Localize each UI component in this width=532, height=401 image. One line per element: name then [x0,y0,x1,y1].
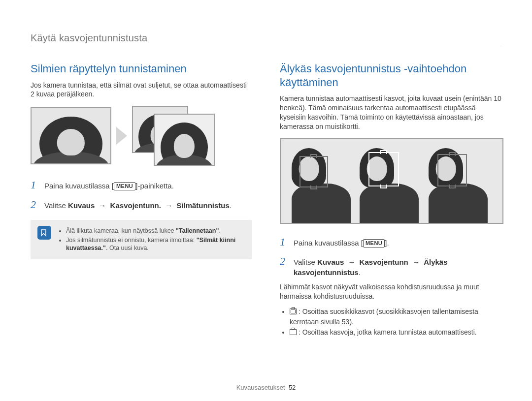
focus-double-icon [290,308,297,314]
note-box: Älä liikuta kameraa, kun näytössä lukee … [31,220,252,260]
arrow-inline-icon: → [165,201,172,211]
page-footer: Kuvausasetukset 52 [0,384,532,391]
focus-box-gray-1 [299,156,328,187]
arrow-icon [116,127,127,145]
breadcrumb: Käytä kasvojentunnistusta [31,18,501,47]
legend-item-2: : Osoittaa kasvoja, jotka kamera tunnist… [290,327,501,338]
note-item-1: Älä liikuta kameraa, kun näytössä lukee … [66,227,245,235]
smart-face-example [280,138,503,224]
example-photo-closed-eyes [31,107,111,164]
step-number: 2 [31,197,39,212]
burst-stack [132,106,216,166]
step2-path-2: Kasvojentunn. [110,201,161,210]
left-step-1: 1 Paina kuvaustilassa [MENU]-painiketta. [31,178,252,192]
note1-b: . [219,227,220,234]
legend-item-1: : Osoittaa suosikkikasvot (suosikkikasvo… [290,307,501,327]
step1-before: Paina kuvaustilassa [ [44,182,114,190]
arrow-inline-icon: → [348,257,355,267]
note1-a: Älä liikuta kameraa, kun näytössä lukee [66,227,176,234]
legend1-text: : Osoittaa suosikkikasvot (suosikkikasvo… [290,308,478,326]
right-column: Älykäs kasvojentunnistus -vaihtoehdon kä… [280,62,501,340]
step-text: Paina kuvaustilassa [MENU]. [294,238,501,248]
note-item-2: Jos silmätunnistus ei onnistu, kamera il… [66,236,245,253]
footer-section: Kuvausasetukset [236,384,285,391]
left-intro: Jos kamera tunnistaa, että silmät ovat s… [31,81,252,99]
right-step-1: 1 Paina kuvaustilassa [MENU]. [280,235,501,249]
step-number: 1 [31,178,39,192]
step2-prefix: Valitse [44,201,68,210]
right-aftertext: Lähimmät kasvot näkyvät valkoisessa kohd… [280,282,501,302]
step-text: Valitse Kuvaus → Kasvojentunn. → Silmätu… [44,201,252,211]
r-step2-suffix: . [359,268,361,277]
note-list: Älä liikuta kameraa, kun näytössä lukee … [58,226,245,254]
left-step-2: 2 Valitse Kuvaus → Kasvojentunn. → Silmä… [31,197,252,212]
note2-a: Jos silmätunnistus ei onnistu, kamera il… [66,237,197,244]
legend-list: : Osoittaa suosikkikasvot (suosikkikasvo… [280,307,501,338]
left-section-title: Silmien räpyttelyn tunnistaminen [31,62,252,76]
focus-box-white [368,152,399,186]
right-section-title: Älykäs kasvojentunnistus -vaihtoehdon kä… [280,62,501,89]
menu-badge: MENU [114,182,135,190]
step-number: 1 [280,235,289,249]
r-step2-path-2: Kasvojentunn [360,258,408,266]
legend2-text: : Osoittaa kasvoja, jotka kamera tunnist… [299,328,477,336]
note2-b: . Ota uusi kuva. [106,245,149,251]
right-intro: Kamera tunnistaa automaattisesti kasvot,… [280,94,501,131]
step-number: 2 [280,254,289,269]
blink-example-row [31,106,252,166]
arrow-inline-icon: → [412,257,420,267]
note-icon [37,226,51,240]
step1-after: ]-painiketta. [135,182,174,190]
menu-badge: MENU [363,239,385,247]
r-step2-path-1: Kuvaus [317,258,344,266]
r-step2-prefix: Valitse [294,258,317,266]
step2-suffix: . [230,201,232,210]
r-step1-before: Paina kuvaustilassa [ [294,239,363,247]
left-column: Silmien räpyttelyn tunnistaminen Jos kam… [31,62,252,340]
right-step-2: 2 Valitse Kuvaus → Kasvojentunn → Älykäs… [280,254,501,278]
focus-single-icon [290,329,297,335]
step2-path-3: Silmätunnistus [176,201,230,210]
step2-path-1: Kuvaus [68,201,95,210]
note1-quote: "Tallennetaan" [176,227,219,234]
focus-box-gray-2 [437,154,467,186]
burst-photo-2 [154,114,215,166]
step-text: Valitse Kuvaus → Kasvojentunn → Älykäs k… [294,257,501,278]
manual-page: Käytä kasvojentunnistusta Silmien räpytt… [0,0,532,401]
arrow-inline-icon: → [99,201,106,211]
r-step1-after: ]. [385,239,389,247]
page-number: 52 [289,384,296,391]
step-text: Paina kuvaustilassa [MENU]-painiketta. [44,181,252,191]
two-column-layout: Silmien räpyttelyn tunnistaminen Jos kam… [31,62,501,340]
